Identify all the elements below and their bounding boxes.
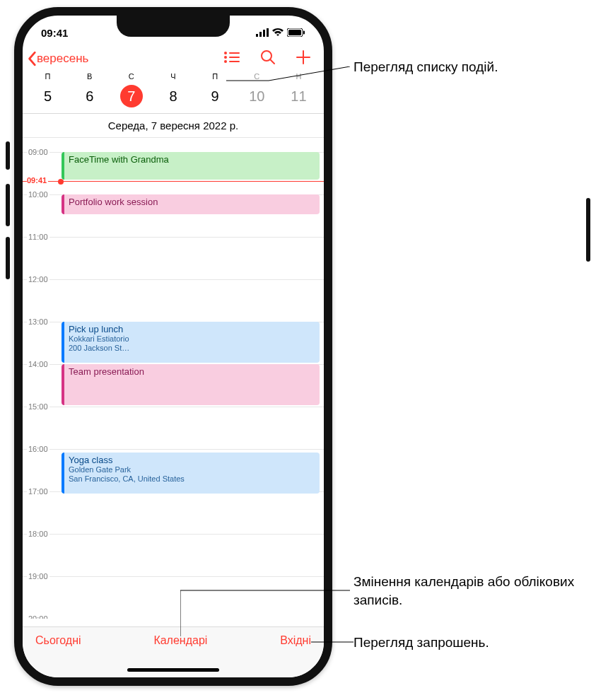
today-button[interactable]: Сьогодні: [35, 634, 81, 647]
plus-icon: [296, 49, 311, 65]
event-subtitle: 200 Jackson St…: [69, 344, 315, 353]
current-time-indicator: 09:41: [23, 181, 324, 182]
list-icon: [223, 51, 240, 64]
weekday-thu[interactable]: Ч8: [156, 72, 191, 107]
callout-list-view: Перегляд списку подій.: [353, 58, 498, 76]
weekday-mon[interactable]: П5: [30, 72, 66, 107]
weekday-tue[interactable]: В6: [72, 72, 107, 107]
svg-point-9: [224, 56, 227, 59]
hour-label: 09:00: [27, 148, 49, 156]
calendar-event[interactable]: Yoga classGolden Gate ParkSan Francisco,…: [62, 453, 320, 494]
hour-label: 20:00: [27, 614, 49, 619]
now-dot: [58, 179, 64, 185]
back-button[interactable]: вересень: [27, 51, 88, 66]
calendar-event[interactable]: Portfolio work session: [62, 194, 320, 214]
event-subtitle: Golden Gate Park: [69, 465, 315, 474]
hour-label: 16:00: [27, 445, 49, 453]
svg-rect-0: [256, 34, 258, 37]
event-title: Pick up lunch: [69, 324, 315, 334]
event-title: Team presentation: [69, 366, 315, 377]
event-subtitle: Kokkari Estiatorio: [69, 334, 315, 344]
hour-label: 18:00: [27, 530, 49, 538]
svg-point-7: [224, 52, 227, 54]
svg-rect-8: [229, 52, 240, 54]
svg-point-11: [224, 60, 227, 63]
calendar-event[interactable]: FaceTime with Grandma: [62, 152, 320, 180]
add-event-button[interactable]: [296, 49, 311, 68]
calendar-event[interactable]: Team presentation: [62, 364, 320, 405]
svg-rect-1: [259, 32, 262, 37]
hour-label: 13:00: [27, 317, 49, 326]
selected-date-label: Середа, 7 вересня 2022 р.: [23, 114, 324, 138]
battery-icon: [287, 27, 305, 39]
phone-frame: 09:41 вересень: [14, 7, 332, 686]
svg-rect-3: [267, 28, 269, 37]
hour-label: 11:00: [27, 233, 49, 241]
svg-rect-5: [288, 30, 301, 35]
cellular-icon: [256, 27, 269, 39]
day-timeline[interactable]: 09:0010:0011:0012:0013:0014:0015:0016:00…: [23, 138, 324, 619]
status-time: 09:41: [41, 27, 68, 39]
home-indicator[interactable]: [127, 668, 219, 672]
event-title: Yoga class: [69, 455, 315, 465]
callout-calendars: Змінення календарів або облікових записі…: [353, 573, 587, 609]
hour-row: 18:00: [23, 534, 324, 576]
hour-row: 15:00: [23, 407, 324, 449]
back-label: вересень: [37, 52, 88, 66]
calendar-event[interactable]: Pick up lunchKokkari Estiatorio200 Jacks…: [62, 322, 320, 363]
list-view-button[interactable]: [223, 51, 240, 66]
notch: [117, 16, 230, 37]
weekday-wed[interactable]: С7: [114, 72, 149, 107]
svg-rect-12: [229, 61, 240, 62]
hour-label: 10:00: [27, 190, 49, 199]
hour-label: 14:00: [27, 360, 49, 368]
event-title: Portfolio work session: [69, 197, 315, 207]
svg-rect-6: [303, 30, 305, 34]
search-icon: [260, 49, 276, 65]
hour-label: 17:00: [27, 487, 49, 496]
hour-label: 12:00: [27, 275, 49, 284]
hour-label: 15:00: [27, 402, 49, 411]
now-label: 09:41: [27, 176, 48, 185]
hour-row: 17:00: [23, 491, 324, 534]
hour-row: 12:00: [23, 279, 324, 322]
hour-label: 19:00: [27, 572, 49, 581]
svg-rect-2: [263, 30, 265, 37]
callout-inbox: Перегляд запрошень.: [353, 634, 489, 652]
svg-rect-10: [229, 57, 240, 58]
event-subtitle: San Francisco, CA, United States: [69, 474, 315, 484]
wifi-icon: [271, 27, 284, 39]
event-title: FaceTime with Grandma: [69, 154, 315, 165]
search-button[interactable]: [260, 49, 276, 68]
hour-row: 11:00: [23, 237, 324, 279]
svg-line-14: [270, 59, 274, 64]
